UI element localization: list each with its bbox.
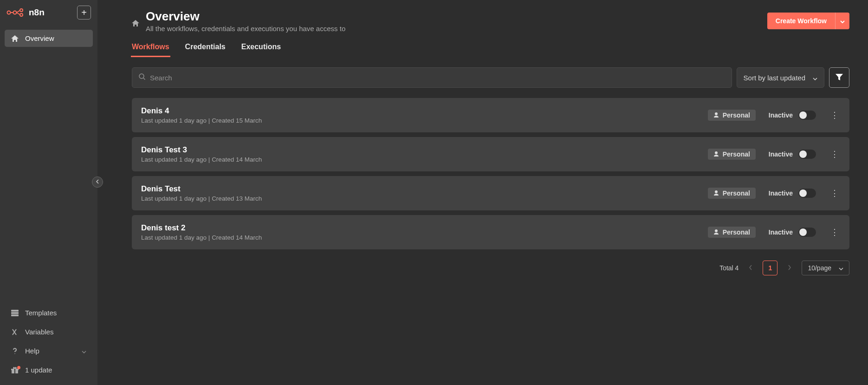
pagination-next[interactable] — [786, 264, 793, 272]
svg-point-15 — [715, 229, 718, 232]
dots-vertical-icon: ⋮ — [830, 189, 839, 198]
sidebar-item-label: 1 update — [25, 366, 52, 374]
pagination-page-1[interactable]: 1 — [763, 261, 777, 275]
workflow-menu-button[interactable]: ⋮ — [829, 110, 840, 120]
n8n-logo-icon — [6, 8, 26, 17]
layers-icon — [11, 310, 19, 316]
search-icon — [139, 73, 145, 82]
controls-row: Sort by last updated — [132, 67, 849, 88]
dots-vertical-icon: ⋮ — [830, 228, 839, 237]
workflow-menu-button[interactable]: ⋮ — [829, 227, 840, 237]
dots-vertical-icon: ⋮ — [830, 150, 839, 159]
chevron-down-icon — [813, 74, 817, 82]
sidebar-item-label: Help — [25, 347, 39, 355]
chevron-down-icon — [839, 264, 843, 272]
svg-point-1 — [13, 11, 17, 14]
svg-point-11 — [139, 74, 144, 78]
workflow-card[interactable]: Denis Test 3 Last updated 1 day ago | Cr… — [132, 137, 849, 171]
app-name: n8n — [29, 7, 45, 18]
tabs: Workflows Credentials Executions — [131, 41, 849, 57]
sidebar-item-overview[interactable]: Overview — [5, 30, 93, 47]
workflow-meta: Last updated 1 day ago | Created 15 Marc… — [141, 117, 708, 124]
owner-badge: Personal — [708, 227, 756, 238]
sidebar-header: n8n + — [5, 6, 93, 20]
status-label: Inactive — [769, 150, 793, 158]
gift-icon — [11, 367, 19, 373]
pagination-total: Total 4 — [719, 264, 738, 272]
sidebar-item-label: Templates — [25, 309, 57, 317]
owner-badge: Personal — [708, 188, 756, 199]
owner-badge: Personal — [708, 149, 756, 160]
sidebar-item-label: Variables — [25, 328, 53, 336]
active-toggle[interactable] — [798, 228, 816, 237]
home-icon — [132, 20, 139, 28]
person-icon — [713, 228, 719, 236]
svg-point-3 — [20, 13, 23, 16]
create-workflow-dropdown[interactable] — [835, 13, 849, 29]
workflow-name: Denis Test 3 — [141, 145, 708, 155]
active-toggle[interactable] — [798, 111, 816, 120]
workflow-menu-button[interactable]: ⋮ — [829, 188, 840, 198]
logo[interactable]: n8n — [6, 7, 45, 18]
chevron-down-icon — [840, 18, 845, 25]
svg-point-0 — [7, 11, 11, 14]
svg-point-12 — [715, 112, 718, 115]
chevron-left-icon — [96, 179, 99, 185]
sidebar-collapse-button[interactable] — [92, 176, 103, 188]
owner-badge: Personal — [708, 110, 756, 121]
workflow-name: Denis 4 — [141, 106, 708, 116]
sort-label: Sort by last updated — [744, 74, 805, 82]
tab-workflows[interactable]: Workflows — [131, 41, 170, 57]
sort-dropdown[interactable]: Sort by last updated — [737, 67, 824, 88]
workflow-card[interactable]: Denis Test Last updated 1 day ago | Crea… — [132, 176, 849, 210]
create-workflow-group: Create Workflow — [767, 13, 849, 29]
workflow-name: Denis Test — [141, 184, 708, 194]
svg-rect-4 — [11, 310, 19, 312]
workflow-list: Denis 4 Last updated 1 day ago | Created… — [132, 98, 849, 249]
status-label: Inactive — [769, 111, 793, 119]
workflow-card[interactable]: Denis 4 Last updated 1 day ago | Created… — [132, 98, 849, 132]
create-workflow-button[interactable]: Create Workflow — [767, 13, 835, 29]
workflow-name: Denis test 2 — [141, 223, 708, 233]
person-icon — [713, 150, 719, 158]
status-label: Inactive — [769, 228, 793, 236]
filter-button[interactable] — [829, 67, 849, 88]
filter-icon — [836, 74, 843, 82]
home-icon — [11, 35, 19, 42]
workflow-meta: Last updated 1 day ago | Created 14 Marc… — [141, 156, 708, 163]
chevron-down-icon — [82, 347, 86, 355]
sidebar-item-templates[interactable]: Templates — [5, 303, 93, 322]
workflow-menu-button[interactable]: ⋮ — [829, 149, 840, 159]
svg-point-14 — [715, 190, 718, 193]
active-toggle[interactable] — [798, 150, 816, 159]
search-box[interactable] — [132, 67, 732, 88]
page-subtitle: All the workflows, credentials and execu… — [146, 25, 345, 33]
question-icon — [11, 348, 19, 354]
person-icon — [713, 189, 719, 197]
workflow-meta: Last updated 1 day ago | Created 13 Marc… — [141, 195, 708, 202]
svg-rect-6 — [11, 314, 19, 316]
sidebar-item-variables[interactable]: Variables — [5, 322, 93, 341]
sidebar-item-updates[interactable]: 1 update — [5, 360, 93, 379]
svg-point-2 — [20, 9, 23, 12]
svg-point-7 — [14, 353, 15, 354]
tab-credentials[interactable]: Credentials — [184, 41, 227, 57]
sidebar: n8n + Overview Templates Variables — [0, 0, 97, 385]
sidebar-item-label: Overview — [25, 34, 54, 42]
main-content: Overview All the workflows, credentials … — [97, 0, 868, 385]
variable-icon — [11, 329, 19, 335]
page-size-dropdown[interactable]: 10/page — [802, 261, 849, 275]
dots-vertical-icon: ⋮ — [830, 111, 839, 120]
svg-rect-10 — [14, 369, 15, 373]
workflow-card[interactable]: Denis test 2 Last updated 1 day ago | Cr… — [132, 215, 849, 249]
sidebar-item-help[interactable]: Help — [5, 341, 93, 360]
person-icon — [713, 111, 719, 119]
plus-icon: + — [81, 7, 87, 18]
svg-rect-5 — [11, 312, 19, 314]
active-toggle[interactable] — [798, 189, 816, 198]
pagination-prev[interactable] — [747, 264, 754, 272]
tab-executions[interactable]: Executions — [240, 41, 282, 57]
add-button[interactable]: + — [77, 6, 91, 20]
search-input[interactable] — [150, 74, 725, 82]
workflow-meta: Last updated 1 day ago | Created 14 Marc… — [141, 234, 708, 241]
